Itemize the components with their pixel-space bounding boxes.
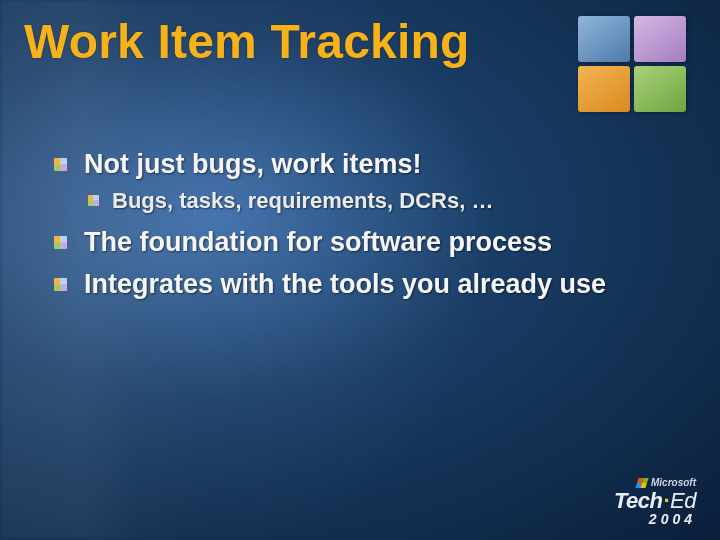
list-item: Integrates with the tools you already us…: [54, 268, 680, 301]
bullet-text: The foundation for software process: [84, 227, 552, 257]
microsoft-text: Microsoft: [651, 478, 696, 488]
logo-cell-blue-icon: [578, 16, 630, 62]
list-item: The foundation for software process: [54, 226, 680, 259]
product-logo-grid-icon: [578, 16, 690, 116]
bullet-text: Integrates with the tools you already us…: [84, 269, 606, 299]
microsoft-brand: Microsoft: [614, 478, 696, 488]
list-item: Not just bugs, work items! Bugs, tasks, …: [54, 148, 680, 216]
footer-event-logo: Microsoft Tech·Ed 2004: [614, 478, 696, 526]
sub-bullet-text: Bugs, tasks, requirements, DCRs, …: [112, 188, 493, 213]
teched-ed: Ed: [670, 488, 696, 513]
sub-bullet-list: Bugs, tasks, requirements, DCRs, …: [84, 187, 680, 216]
teched-dot-icon: ·: [663, 488, 669, 513]
logo-cell-purple-icon: [634, 16, 686, 62]
logo-cell-orange-icon: [578, 66, 630, 112]
slide-body: Not just bugs, work items! Bugs, tasks, …: [54, 148, 680, 311]
slide-title: Work Item Tracking: [24, 14, 470, 69]
microsoft-flag-icon: [635, 478, 648, 488]
bullet-list: Not just bugs, work items! Bugs, tasks, …: [54, 148, 680, 301]
list-item: Bugs, tasks, requirements, DCRs, …: [84, 187, 680, 216]
logo-cell-green-icon: [634, 66, 686, 112]
teched-tech: Tech: [614, 488, 663, 513]
teched-year: 2004: [614, 512, 696, 526]
teched-wordmark: Tech·Ed: [614, 490, 696, 512]
bullet-text: Not just bugs, work items!: [84, 149, 422, 179]
